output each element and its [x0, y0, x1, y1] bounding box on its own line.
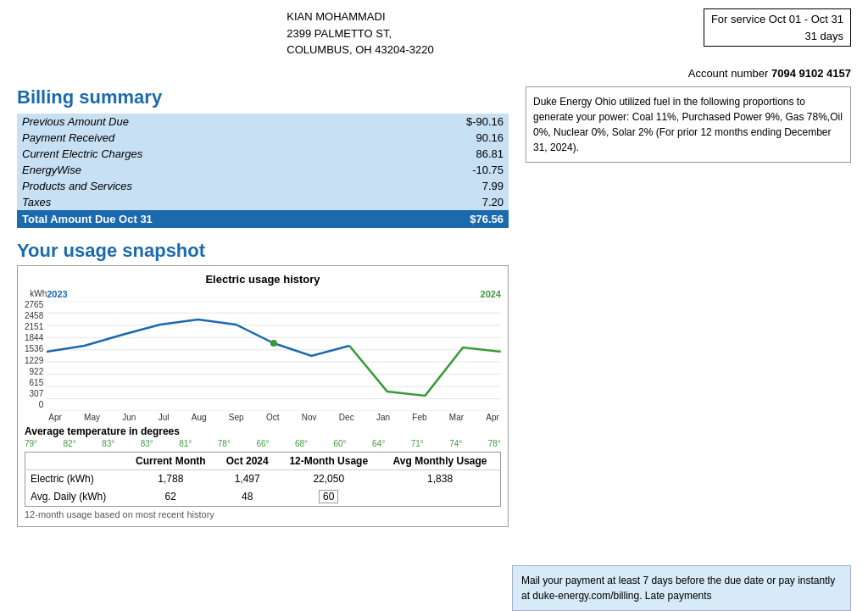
chart-container: Electric usage history kWh 2765 2458 215… [17, 265, 509, 527]
table-header-row: Current Month Oct 2024 12-Month Usage Av… [25, 452, 501, 469]
year-2023-label: 2023 [47, 289, 67, 299]
temperature-section: Average temperature in degrees 79° 82° 8… [25, 425, 501, 448]
service-days: 31 days [804, 30, 843, 42]
col-header-12month: 12-Month Usage [277, 452, 380, 469]
y-axis: 2765 2458 2151 1844 1536 1229 922 615 30… [25, 300, 43, 410]
service-label: For service [711, 13, 765, 25]
table-row: Electric (kWh) 1,788 1,497 22,050 1,838 [25, 469, 501, 487]
temp-labels: 79° 82° 83° 83° 81° 78° 66° 68° 60° 64° … [25, 439, 501, 448]
billing-summary-title: Billing summary [17, 86, 509, 108]
row-amount: 90.16 [384, 130, 509, 146]
row-label: Current Electric Charges [17, 146, 384, 162]
x-axis-labels: Apr May Jun Jul Aug Sep Oct Nov Dec Jan … [47, 413, 501, 422]
table-row: Taxes 7.20 [17, 194, 509, 210]
account-number-row: Account number 7094 9102 4157 [17, 67, 851, 80]
billing-table: Previous Amount Due $-90.16 Payment Rece… [17, 114, 509, 228]
service-info: For service Oct 01 - Oct 31 31 days [704, 8, 851, 47]
payment-notice-text: Mail your payment at least 7 days before… [521, 575, 835, 602]
customer-address1: 2399 PALMETTO ST, [287, 25, 433, 42]
payment-notice: Mail your payment at least 7 days before… [512, 565, 851, 611]
table-row: Products and Services 7.99 [17, 178, 509, 194]
cell-12month: 22,050 [277, 469, 380, 487]
row-label-electric: Electric (kWh) [25, 469, 125, 487]
cell-current-month: 1,788 [125, 469, 217, 487]
col-header-current-month: Current Month [125, 452, 217, 469]
row-label: Products and Services [17, 178, 384, 194]
service-dates: Oct 01 - Oct 31 [769, 13, 843, 25]
boxed-value: 60 [319, 490, 338, 503]
usage-table: Current Month Oct 2024 12-Month Usage Av… [25, 452, 501, 507]
table-row: EnergyWise -10.75 [17, 162, 509, 178]
total-amount: $76.56 [384, 210, 509, 228]
cell-daily-12month: 60 [277, 487, 380, 507]
svg-point-10 [270, 340, 277, 347]
cell-oct2024: 1,497 [217, 469, 278, 487]
row-label: Previous Amount Due [17, 114, 384, 130]
col-header-avg-monthly: Avg Monthly Usage [380, 452, 500, 469]
row-amount: 86.81 [384, 146, 509, 162]
cell-daily-oct2024: 48 [217, 487, 278, 507]
energy-info: Duke Energy Ohio utilized fuel in the fo… [526, 86, 851, 163]
row-label: Taxes [17, 194, 384, 210]
table-row: Payment Received 90.16 [17, 130, 509, 146]
row-amount: 7.99 [384, 178, 509, 194]
cell-daily-avg [380, 487, 500, 507]
row-amount: $-90.16 [384, 114, 509, 130]
chart-title: Electric usage history [25, 273, 501, 286]
total-row: Total Amount Due Oct 31 $76.56 [17, 210, 509, 228]
temp-title: Average temperature in degrees [25, 425, 501, 437]
table-row: Previous Amount Due $-90.16 [17, 114, 509, 130]
row-amount: 7.20 [384, 194, 509, 210]
snapshot-title: Your usage snapshot [17, 240, 509, 262]
line-chart [47, 301, 501, 411]
row-amount: -10.75 [384, 162, 509, 178]
customer-name: KIAN MOHAMMADI [287, 8, 433, 25]
account-number: 7094 9102 4157 [771, 67, 851, 80]
year-labels: 2023 2024 [47, 289, 501, 299]
table-row: Current Electric Charges 86.81 [17, 146, 509, 162]
row-label-daily: Avg. Daily (kWh) [25, 487, 125, 507]
row-label: EnergyWise [17, 162, 384, 178]
total-label: Total Amount Due Oct 31 [17, 210, 384, 228]
customer-address2: COLUMBUS, OH 43204-3220 [287, 42, 433, 58]
col-header-oct2024: Oct 2024 [217, 452, 278, 469]
account-label: Account number [688, 67, 769, 80]
kwh-label: kWh [25, 289, 47, 298]
col-header-label [25, 452, 125, 469]
footnote: 12-month usage based on most recent hist… [25, 509, 501, 519]
cell-avg-monthly: 1,838 [380, 469, 500, 487]
row-label: Payment Received [17, 130, 384, 146]
customer-info: KIAN MOHAMMADI 2399 PALMETTO ST, COLUMBU… [287, 8, 433, 58]
year-2024-label: 2024 [481, 289, 501, 299]
table-row: Avg. Daily (kWh) 62 48 60 [25, 487, 501, 507]
cell-daily-current: 62 [125, 487, 217, 507]
